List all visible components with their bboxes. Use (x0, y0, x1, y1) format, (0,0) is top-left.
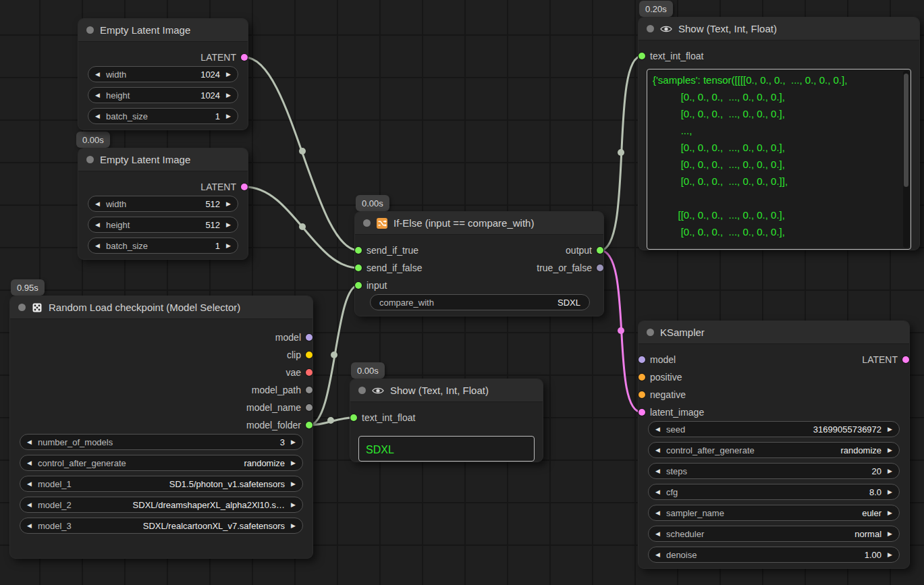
node-show-text-small[interactable]: Show (Text, Int, Float) text_int_float S… (350, 379, 543, 462)
increment-arrow-icon[interactable]: ▶ (226, 113, 231, 119)
increment-arrow-icon[interactable]: ▶ (888, 489, 892, 495)
decrement-arrow-icon[interactable]: ◀ (655, 530, 660, 537)
widget-cfg[interactable]: ◀ cfg 8.0 ▶ (648, 484, 900, 500)
node-title-bar[interactable]: Show (Text, Int, Float) (638, 18, 919, 40)
output-text-area[interactable]: {'samples': tensor([[[[0., 0., 0., ..., … (647, 69, 911, 250)
decrement-arrow-icon[interactable]: ◀ (27, 459, 32, 466)
input-slot-dot[interactable] (355, 264, 362, 271)
output-slot-model-folder[interactable]: model_folder (246, 420, 312, 430)
decrement-arrow-icon[interactable]: ◀ (655, 426, 660, 433)
widget-steps[interactable]: ◀ steps 20 ▶ (648, 463, 900, 479)
collapse-dot[interactable] (86, 26, 94, 34)
widget-model-1[interactable]: ◀ model_1 SD1.5/photon_v1.safetensors ▶ (20, 476, 303, 492)
increment-arrow-icon[interactable]: ▶ (888, 509, 892, 516)
widget-width[interactable]: ◀ width 1024 ▶ (88, 66, 238, 82)
widget-scheduler[interactable]: ◀ scheduler normal ▶ (648, 526, 900, 542)
collapse-dot[interactable] (647, 25, 654, 32)
increment-arrow-icon[interactable]: ▶ (291, 501, 296, 508)
latent-slot-dot[interactable] (241, 54, 248, 61)
decrement-arrow-icon[interactable]: ◀ (655, 509, 660, 516)
vae-slot-dot[interactable] (306, 369, 312, 376)
clip-slot-dot[interactable] (306, 352, 312, 358)
input-slot-dot[interactable] (355, 282, 362, 289)
widget-width[interactable]: ◀ width 512 ▶ (88, 196, 238, 212)
decrement-arrow-icon[interactable]: ◀ (655, 489, 660, 495)
node-if-else[interactable]: If-Else (input == compare_with) send_if_… (354, 211, 604, 316)
decrement-arrow-icon[interactable]: ◀ (95, 221, 100, 228)
output-slot-clip[interactable]: clip (287, 350, 312, 360)
widget-height[interactable]: ◀ height 512 ▶ (88, 217, 238, 233)
scrollbar[interactable] (903, 71, 909, 248)
widget-denoise[interactable]: ◀ denoise 1.00 ▶ (648, 547, 900, 563)
widget-seed[interactable]: ◀ seed 31699055736972 ▶ (648, 421, 900, 437)
widget-control-after-generate[interactable]: ◀ control_after_generate randomize ▶ (648, 442, 900, 458)
increment-arrow-icon[interactable]: ▶ (291, 522, 296, 529)
node-title-bar[interactable]: KSampler (638, 321, 909, 344)
conditioning-slot-dot[interactable] (638, 391, 645, 398)
widget-model-2[interactable]: ◀ model_2 SDXL/dreamshaperXL_alpha2Xl10.… (20, 497, 303, 513)
latent-slot-dot[interactable] (241, 184, 248, 190)
output-slot-latent[interactable]: LATENT (200, 52, 248, 63)
decrement-arrow-icon[interactable]: ◀ (27, 480, 32, 487)
widget-compare-with[interactable]: compare_with SDXL (370, 294, 590, 310)
latent-slot-dot[interactable] (902, 356, 909, 363)
node-empty-latent-image-1[interactable]: Empty Latent Image LATENT ◀ width 1024 ▶… (78, 18, 248, 130)
string-slot-dot[interactable] (306, 404, 312, 411)
node-empty-latent-image-2[interactable]: Empty Latent Image LATENT ◀ width 512 ▶ … (78, 148, 248, 260)
node-title-bar[interactable]: Empty Latent Image (78, 148, 248, 171)
widget-model-3[interactable]: ◀ model_3 SDXL/realcartoonXL_v7.safetens… (20, 518, 303, 534)
increment-arrow-icon[interactable]: ▶ (291, 480, 296, 487)
increment-arrow-icon[interactable]: ▶ (291, 439, 296, 445)
input-slot-model[interactable]: model (638, 354, 676, 365)
conditioning-slot-dot[interactable] (638, 374, 645, 381)
collapse-dot[interactable] (363, 219, 371, 227)
node-title-bar[interactable]: Random Load checkpoint (Model Selector) (10, 296, 312, 319)
output-slot-vae[interactable]: vae (286, 367, 312, 378)
decrement-arrow-icon[interactable]: ◀ (655, 551, 660, 558)
node-title-bar[interactable]: Show (Text, Int, Float) (350, 379, 543, 402)
output-slot-model-path[interactable]: model_path (252, 385, 312, 395)
decrement-arrow-icon[interactable]: ◀ (95, 71, 100, 78)
node-title-bar[interactable]: If-Else (input == compare_with) (355, 212, 603, 235)
node-ksampler[interactable]: KSampler model LATENT positive negative (638, 321, 910, 569)
output-slot-model[interactable]: model (275, 332, 312, 343)
widget-batch-size[interactable]: ◀ batch_size 1 ▶ (88, 238, 238, 254)
input-slot-negative[interactable]: negative (638, 389, 686, 400)
decrement-arrow-icon[interactable]: ◀ (27, 522, 32, 529)
string-slot-dot[interactable] (306, 422, 312, 428)
increment-arrow-icon[interactable]: ▶ (226, 242, 231, 249)
decrement-arrow-icon[interactable]: ◀ (27, 501, 32, 508)
node-title-bar[interactable]: Empty Latent Image (78, 19, 248, 42)
decrement-arrow-icon[interactable]: ◀ (655, 447, 660, 453)
decrement-arrow-icon[interactable]: ◀ (27, 439, 32, 445)
increment-arrow-icon[interactable]: ▶ (291, 459, 296, 466)
output-slot-dot[interactable] (597, 247, 603, 254)
increment-arrow-icon[interactable]: ▶ (888, 447, 892, 453)
increment-arrow-icon[interactable]: ▶ (888, 426, 892, 433)
output-slot-model-name[interactable]: model_name (246, 402, 312, 413)
widget-batch-size[interactable]: ◀ batch_size 1 ▶ (88, 108, 238, 124)
latent-slot-dot[interactable] (638, 409, 645, 416)
model-slot-dot[interactable] (638, 356, 645, 363)
increment-arrow-icon[interactable]: ▶ (226, 92, 231, 99)
increment-arrow-icon[interactable]: ▶ (226, 221, 231, 228)
output-slot-true-or-false[interactable]: true_or_false (537, 262, 603, 273)
string-slot-dot[interactable] (306, 387, 312, 393)
collapse-dot[interactable] (18, 304, 26, 311)
scrollbar-thumb[interactable] (904, 74, 908, 187)
decrement-arrow-icon[interactable]: ◀ (95, 113, 100, 119)
input-slot-latent-image[interactable]: latent_image (638, 407, 704, 418)
collapse-dot[interactable] (358, 387, 366, 394)
increment-arrow-icon[interactable]: ▶ (888, 530, 892, 537)
decrement-arrow-icon[interactable]: ◀ (95, 242, 100, 249)
input-slot-text-int-float[interactable]: text_int_float (638, 51, 703, 61)
boolean-slot-dot[interactable] (597, 264, 603, 271)
widget-number-of-models[interactable]: ◀ number_of_models 3 ▶ (20, 434, 303, 450)
increment-arrow-icon[interactable]: ▶ (226, 200, 231, 207)
output-slot-latent[interactable]: LATENT (862, 354, 909, 365)
node-random-load-checkpoint[interactable]: Random Load checkpoint (Model Selector) … (9, 296, 313, 559)
decrement-arrow-icon[interactable]: ◀ (655, 468, 660, 474)
output-slot-output[interactable]: output (566, 245, 603, 256)
increment-arrow-icon[interactable]: ▶ (888, 551, 892, 558)
decrement-arrow-icon[interactable]: ◀ (95, 92, 100, 99)
